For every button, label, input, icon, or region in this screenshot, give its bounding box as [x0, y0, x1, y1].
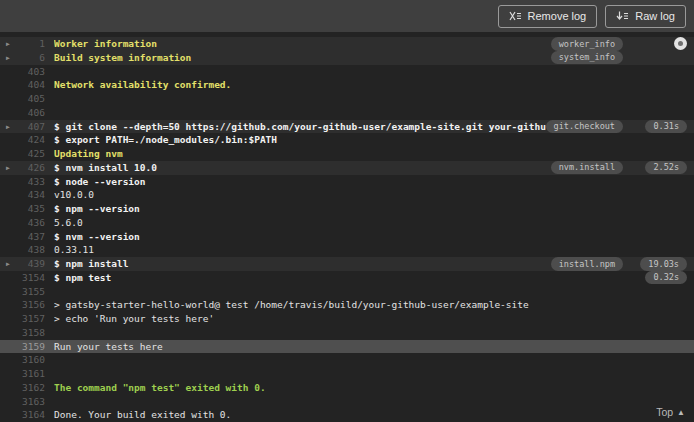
fold-tag-badge: system_info — [551, 51, 623, 65]
log-line: 403 — [0, 65, 694, 79]
line-number[interactable]: 426 — [16, 161, 54, 175]
badges: worker_info — [551, 37, 694, 51]
line-number[interactable]: 3162 — [16, 381, 54, 395]
log-line: 4380.33.11 — [0, 243, 694, 257]
log-text: $ npm install — [54, 257, 551, 271]
line-number[interactable]: 3164 — [16, 408, 54, 422]
log-text: $ npm --version — [54, 202, 694, 216]
log-text: 5.6.0 — [54, 216, 694, 230]
fold-tag-badge: git.checkout — [546, 120, 623, 134]
fold-toggle-icon[interactable]: ▶ — [6, 121, 10, 135]
line-number[interactable]: 3161 — [16, 367, 54, 381]
log-line: ▶6Build system informationsystem_info — [0, 51, 694, 65]
badges: git.checkout0.31s — [546, 120, 694, 134]
line-number[interactable]: 3154 — [16, 271, 54, 285]
log-line: ▶407$ git clone --depth=50 https://githu… — [0, 120, 694, 134]
line-number[interactable]: 3155 — [16, 285, 54, 299]
log-line: 3160 — [0, 353, 694, 367]
duration-badge: 19.03s — [640, 257, 687, 271]
log-toolbar: Remove log Raw log — [0, 0, 694, 32]
log-line: 3161 — [0, 367, 694, 381]
remove-log-icon — [509, 11, 522, 21]
log-text: Updating nvm — [54, 147, 694, 161]
log-text: The command "npm test" exited with 0. — [54, 381, 694, 395]
log-line: 4365.6.0 — [0, 216, 694, 230]
line-number[interactable]: 437 — [16, 230, 54, 244]
badges: 0.32s — [635, 271, 694, 285]
log-line: 435$ npm --version — [0, 202, 694, 216]
remove-log-label: Remove log — [528, 11, 587, 22]
raw-log-label: Raw log — [635, 11, 675, 22]
log-line: 3162The command "npm test" exited with 0… — [0, 381, 694, 395]
line-number[interactable]: 6 — [16, 51, 54, 65]
line-number[interactable]: 438 — [16, 243, 54, 257]
log-line: 406 — [0, 106, 694, 120]
line-number[interactable]: 1 — [16, 37, 54, 51]
line-number[interactable]: 433 — [16, 175, 54, 189]
fold-toggle-icon[interactable]: ▶ — [6, 162, 10, 176]
log-lines: ▶1Worker informationworker_info▶6Build s… — [0, 37, 694, 422]
duration-badge: 0.31s — [645, 120, 687, 134]
fold-toggle-icon[interactable]: ▶ — [6, 52, 10, 66]
log-text: 0.33.11 — [54, 243, 694, 257]
badges: install.npm19.03s — [551, 257, 694, 271]
line-number[interactable]: 3160 — [16, 353, 54, 367]
line-number[interactable]: 407 — [16, 120, 54, 134]
log-text: Network availability confirmed. — [54, 78, 694, 92]
log-line: 3157> echo 'Run your tests here' — [0, 312, 694, 326]
line-number[interactable]: 3157 — [16, 312, 54, 326]
fold-tag-badge: install.npm — [551, 257, 623, 271]
line-number[interactable]: 425 — [16, 147, 54, 161]
build-log: ▶1Worker informationworker_info▶6Build s… — [0, 32, 694, 422]
line-number[interactable]: 435 — [16, 202, 54, 216]
line-number[interactable]: 405 — [16, 92, 54, 106]
log-text: > echo 'Run your tests here' — [54, 312, 694, 326]
log-text: > gatsby-starter-hello-world@ test /home… — [54, 298, 694, 312]
log-text: $ node --version — [54, 175, 694, 189]
log-line: ▶1Worker informationworker_info — [0, 37, 694, 51]
remove-log-button[interactable]: Remove log — [498, 5, 598, 28]
fold-toggle-icon[interactable]: ▶ — [6, 258, 10, 272]
log-text: Run your tests here — [54, 340, 694, 354]
line-number[interactable]: 406 — [16, 106, 54, 120]
log-line: 3159Run your tests here — [0, 340, 694, 354]
line-number[interactable]: 403 — [16, 65, 54, 79]
log-line: 3155 — [0, 285, 694, 299]
log-text: Done. Your build exited with 0. — [54, 408, 694, 422]
raw-log-button[interactable]: Raw log — [605, 5, 686, 28]
duration-badge: 0.32s — [645, 271, 687, 285]
log-line: 3158 — [0, 326, 694, 340]
line-number[interactable]: 3159 — [16, 340, 54, 354]
log-text: $ export PATH=./node_modules/.bin:$PATH — [54, 133, 694, 147]
log-text: Build system information — [54, 51, 551, 65]
line-number[interactable]: 3158 — [16, 326, 54, 340]
badges: system_info — [551, 51, 694, 65]
line-number[interactable]: 424 — [16, 133, 54, 147]
line-number[interactable]: 3156 — [16, 298, 54, 312]
line-number[interactable]: 436 — [16, 216, 54, 230]
line-number[interactable]: 434 — [16, 188, 54, 202]
log-text: Worker information — [54, 37, 551, 51]
log-line: 3156> gatsby-starter-hello-world@ test /… — [0, 298, 694, 312]
log-line: 3163 — [0, 395, 694, 409]
badges: nvm.install2.52s — [551, 161, 694, 175]
log-line: 437$ nvm --version — [0, 230, 694, 244]
log-text: $ npm test — [54, 271, 635, 285]
follow-log-toggle[interactable] — [674, 37, 687, 50]
log-text: $ git clone --depth=50 https://github.co… — [54, 120, 546, 134]
log-line: 424$ export PATH=./node_modules/.bin:$PA… — [0, 133, 694, 147]
duration-badge: 2.52s — [645, 161, 687, 175]
log-line: 425Updating nvm — [0, 147, 694, 161]
top-link-label: Top — [656, 406, 673, 418]
log-line: ▶426$ nvm install 10.0nvm.install2.52s — [0, 161, 694, 175]
log-text: v10.0.0 — [54, 188, 694, 202]
log-line: 3164Done. Your build exited with 0. — [0, 408, 694, 422]
scroll-to-top-link[interactable]: Top ▲ — [656, 406, 685, 418]
line-number[interactable]: 439 — [16, 257, 54, 271]
caret-up-icon: ▲ — [677, 408, 685, 417]
line-number[interactable]: 3163 — [16, 395, 54, 409]
log-line: 404Network availability confirmed. — [0, 78, 694, 92]
line-number[interactable]: 404 — [16, 78, 54, 92]
log-line: 3154$ npm test0.32s — [0, 271, 694, 285]
fold-tag-badge: nvm.install — [551, 161, 623, 175]
